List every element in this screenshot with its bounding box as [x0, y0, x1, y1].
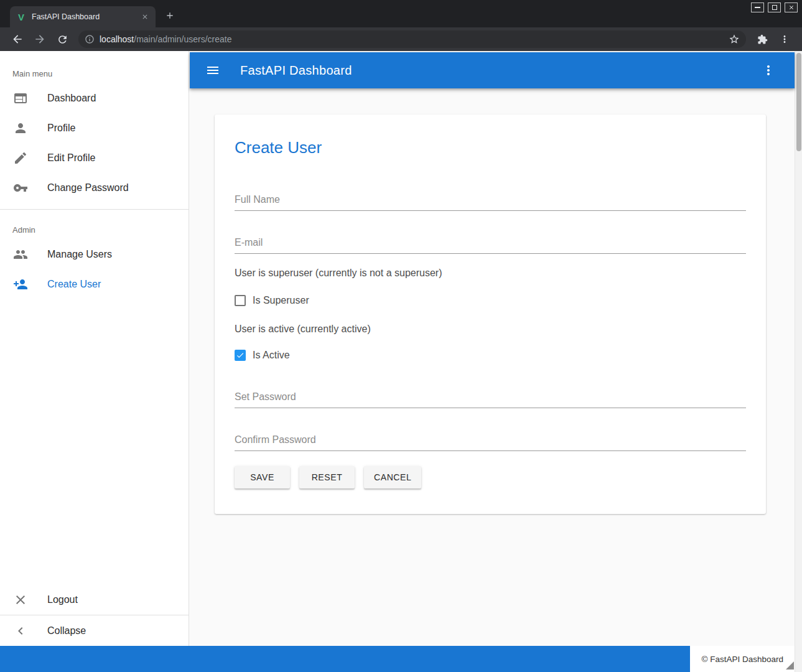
sidebar-item-manage-users[interactable]: Manage Users [0, 240, 189, 269]
sidebar-item-label: Create User [47, 279, 101, 290]
reset-button[interactable]: RESET [299, 466, 355, 488]
resize-grip-icon[interactable] [786, 661, 794, 670]
people-icon [13, 247, 28, 262]
key-icon [13, 180, 28, 195]
sidebar-divider [0, 209, 189, 210]
reload-button[interactable] [54, 31, 70, 47]
sidebar-item-dashboard[interactable]: Dashboard [0, 83, 189, 113]
url-text: localhost/main/admin/users/create [100, 34, 729, 44]
sidebar: Main menu Dashboard Profile [0, 51, 189, 646]
form-actions: SAVE RESET CANCEL [235, 466, 746, 488]
checkbox-label: Is Superuser [253, 295, 309, 306]
cancel-button[interactable]: CANCEL [364, 466, 421, 488]
checkbox-checked-icon[interactable] [235, 350, 246, 361]
sidebar-item-label: Profile [47, 123, 75, 134]
pencil-icon [13, 151, 28, 166]
sidebar-item-label: Edit Profile [47, 152, 95, 164]
full-name-field[interactable] [235, 194, 746, 211]
set-password-field[interactable] [235, 391, 746, 408]
url-path: /main/admin/users/create [134, 34, 231, 44]
favicon-v-icon: V [16, 12, 26, 22]
sidebar-item-create-user[interactable]: Create User [0, 269, 189, 299]
forward-button[interactable] [32, 31, 48, 47]
appbar-more-icon[interactable] [761, 63, 776, 78]
close-icon [13, 592, 28, 607]
active-note: User is active (currently active) [235, 324, 746, 335]
page-scrollbar[interactable] [795, 51, 802, 672]
copyright: © FastAPI Dashboard [690, 646, 795, 672]
scrollbar-thumb[interactable] [796, 53, 801, 151]
close-icon [788, 4, 795, 11]
minimize-icon [755, 7, 760, 8]
sidebar-item-label: Dashboard [47, 93, 96, 104]
close-button[interactable] [785, 2, 798, 12]
sidebar-item-change-password[interactable]: Change Password [0, 173, 189, 203]
new-tab-button[interactable] [163, 9, 177, 22]
page-info-icon[interactable] [85, 34, 95, 44]
minimize-button[interactable] [751, 2, 764, 12]
email-field[interactable] [235, 237, 746, 254]
sidebar-item-collapse[interactable]: Collapse [0, 615, 189, 646]
tab-close-icon[interactable] [139, 11, 151, 22]
appbar-title: FastAPI Dashboard [240, 63, 761, 78]
confirm-password-field[interactable] [235, 434, 746, 451]
app-footer: © FastAPI Dashboard [0, 646, 795, 672]
page-title: Create User [235, 138, 746, 157]
url-host: localhost [100, 34, 134, 44]
sidebar-item-profile[interactable]: Profile [0, 113, 189, 143]
sidebar-item-label: Collapse [47, 625, 86, 637]
chevron-left-icon [13, 623, 28, 638]
person-add-icon [13, 277, 28, 292]
browser-navbar: localhost/main/admin/users/create [0, 27, 802, 51]
bookmark-star-icon[interactable] [729, 34, 740, 45]
content-area: Create User User is superuser (currently… [190, 88, 795, 646]
main-area: FastAPI Dashboard Create User User is su… [190, 51, 795, 646]
person-icon [13, 121, 28, 136]
browser-menu-icon[interactable] [776, 31, 793, 47]
is-superuser-checkbox[interactable]: Is Superuser [235, 295, 746, 306]
sidebar-section-main-menu: Main menu Dashboard Profile [0, 51, 189, 203]
sidebar-item-label: Manage Users [47, 249, 112, 260]
create-user-card: Create User User is superuser (currently… [215, 114, 766, 514]
app-page: Main menu Dashboard Profile [0, 51, 802, 672]
back-button[interactable] [9, 31, 26, 47]
sidebar-header-main-menu: Main menu [0, 63, 189, 83]
dashboard-icon [13, 91, 28, 106]
browser-tab[interactable]: V FastAPI Dashboard [10, 6, 156, 27]
browser-titlebar: V FastAPI Dashboard [0, 0, 802, 27]
sidebar-item-logout[interactable]: Logout [0, 584, 189, 615]
extensions-icon[interactable] [754, 31, 770, 47]
is-active-checkbox[interactable]: Is Active [235, 350, 746, 361]
superuser-note: User is superuser (currently is not a su… [235, 268, 746, 279]
tab-title: FastAPI Dashboard [32, 12, 139, 21]
appbar: FastAPI Dashboard [190, 52, 795, 88]
checkbox-label: Is Active [253, 350, 290, 361]
browser-window: V FastAPI Dashboard [0, 0, 802, 672]
sidebar-bottom: Logout Collapse [0, 584, 189, 646]
maximize-icon [772, 5, 777, 10]
sidebar-header-admin: Admin [0, 220, 189, 240]
sidebar-item-label: Logout [47, 594, 78, 605]
window-controls [751, 2, 798, 12]
maximize-button[interactable] [768, 2, 781, 12]
address-bar[interactable]: localhost/main/admin/users/create [78, 30, 746, 48]
checkbox-unchecked-icon[interactable] [235, 295, 246, 306]
hamburger-menu-icon[interactable] [205, 63, 220, 78]
sidebar-item-edit-profile[interactable]: Edit Profile [0, 143, 189, 173]
save-button[interactable]: SAVE [235, 466, 290, 488]
sidebar-item-label: Change Password [47, 182, 129, 194]
sidebar-section-admin: Admin Manage Users Create User [0, 220, 189, 299]
